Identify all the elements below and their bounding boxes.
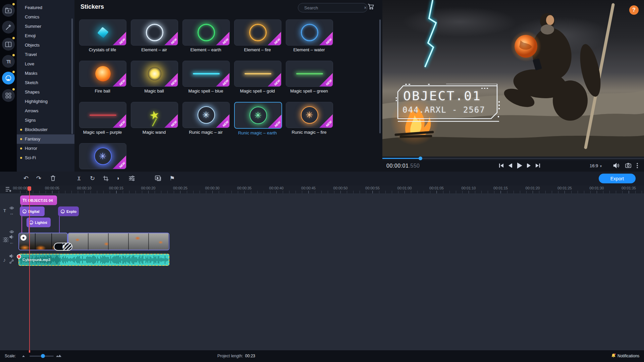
clip-properties-button[interactable] xyxy=(129,176,135,181)
timeline-ruler[interactable]: 00:00:0000:00:0500:00:1000:00:1500:00:20… xyxy=(0,185,644,193)
category-item[interactable]: Sci-Fi xyxy=(17,153,74,163)
help-button[interactable]: ? xyxy=(629,5,639,15)
rail-import-button[interactable] xyxy=(2,4,15,17)
sticker-card[interactable]: NEW Magic spell – gold xyxy=(234,61,281,94)
category-item[interactable]: Fantasy xyxy=(17,134,74,144)
sticker-card[interactable]: NEW xyxy=(79,143,126,171)
notifications-button[interactable]: Notifications xyxy=(611,353,639,358)
snapshot-button[interactable] xyxy=(625,163,631,168)
zoom-in-button[interactable] xyxy=(56,354,62,357)
aspect-ratio-select[interactable]: 16:9 ▼ xyxy=(590,163,602,168)
video-track-return-button[interactable] xyxy=(9,240,14,245)
cart-button[interactable] xyxy=(368,4,374,10)
preview-menu-button[interactable] xyxy=(637,163,638,168)
sticker-card[interactable]: NEW Element – earth xyxy=(182,19,229,52)
stickers-scrollbar[interactable] xyxy=(379,19,381,133)
sticker-clip-lightning[interactable]: Lightni xyxy=(26,218,51,227)
category-item[interactable]: Love xyxy=(17,59,74,69)
seek-handle[interactable] xyxy=(419,157,422,160)
title-clip[interactable]: Tt OBJECT.01 04 xyxy=(20,195,57,205)
next-frame-button[interactable] xyxy=(527,163,531,168)
sticker-card[interactable]: NEW Crystals of life xyxy=(79,19,126,52)
text-track-link-toggle[interactable] xyxy=(9,211,14,216)
sticker-card[interactable]: NEW Element – fire xyxy=(234,19,281,52)
category-item[interactable]: Travel xyxy=(17,50,74,59)
sticker-thumbnail: NEW xyxy=(234,61,281,87)
hud-overlay: OBJECT.01 044.ARXL - 2567 xyxy=(396,84,500,123)
category-item[interactable]: Shapes xyxy=(17,87,74,97)
category-item[interactable]: Arrows xyxy=(17,106,74,116)
search-input[interactable] xyxy=(304,5,364,11)
sticker-label: Magic wand xyxy=(131,130,177,135)
ruler-label: 00:01:25 xyxy=(557,186,572,190)
skip-start-button[interactable] xyxy=(499,163,503,168)
undo-button[interactable] xyxy=(23,175,29,181)
sticker-card[interactable]: NEW Magic spell – blue xyxy=(182,61,229,94)
sticker-card[interactable]: NEW Magic spell – purple xyxy=(79,102,126,135)
video-track-visibility-toggle[interactable] xyxy=(9,230,14,234)
audio-track-mute-toggle[interactable] xyxy=(9,254,14,258)
category-scrollbar[interactable] xyxy=(71,18,73,134)
slideshow-wizard-button[interactable] xyxy=(155,175,161,181)
transition-widget[interactable]: ❯ xyxy=(54,243,72,251)
category-item[interactable]: Horror xyxy=(17,144,74,153)
category-item[interactable]: Masks xyxy=(17,69,74,78)
category-item[interactable]: Featured xyxy=(17,3,74,12)
sticker-card[interactable]: NEW Fire ball xyxy=(79,61,126,94)
rail-transitions-button[interactable] xyxy=(2,38,15,51)
speaker-icon xyxy=(9,235,14,239)
playhead-line[interactable] xyxy=(29,186,30,350)
category-item[interactable]: Signs xyxy=(17,116,74,125)
audio-clip[interactable]: Cyberpunk.mp3 xyxy=(18,254,169,266)
audio-keyframe-dot[interactable] xyxy=(17,254,21,259)
category-list: FeaturedComicsSummerEmojiObjectsTravelLo… xyxy=(17,3,74,163)
sticker-card[interactable]: NEW Element – water xyxy=(286,19,332,52)
sticker-card[interactable]: NEW Magic ball xyxy=(131,61,177,94)
search-box[interactable]: × xyxy=(298,3,368,12)
sticker-card[interactable]: NEW Magic spell – green xyxy=(286,61,332,94)
sticker-clip-explosion[interactable]: Explo xyxy=(58,206,79,216)
volume-button[interactable] xyxy=(613,163,620,168)
sticker-clip-digital[interactable]: Digital xyxy=(20,206,45,216)
seek-bar[interactable] xyxy=(382,157,644,160)
category-item[interactable]: Summer xyxy=(17,22,74,31)
audio-track-unlink-toggle[interactable] xyxy=(9,259,14,264)
skip-end-button[interactable] xyxy=(536,163,540,168)
split-button[interactable] xyxy=(76,175,82,181)
search-clear-icon[interactable]: × xyxy=(364,5,367,10)
sticker-card[interactable]: NEW Runic magic – fire xyxy=(286,102,332,135)
rail-more-tools-button[interactable] xyxy=(2,89,15,102)
play-button[interactable] xyxy=(517,163,522,169)
category-item[interactable]: Sketch xyxy=(17,78,74,87)
sticker-card[interactable]: NEW Element – air xyxy=(131,19,177,52)
rotate-button[interactable] xyxy=(90,175,95,181)
track-manager-button[interactable] xyxy=(5,186,12,192)
sticker-card[interactable]: NEW Magic wand xyxy=(131,102,177,135)
category-item[interactable]: Highlighting xyxy=(17,97,74,106)
delete-button[interactable] xyxy=(50,175,56,181)
video-track-mute-toggle[interactable] xyxy=(9,235,14,239)
category-item[interactable]: Comics xyxy=(17,12,74,22)
marker-button[interactable] xyxy=(169,175,175,181)
rail-stickers-button[interactable] xyxy=(2,72,15,84)
previous-frame-button[interactable] xyxy=(508,163,512,168)
playhead-marker[interactable] xyxy=(28,186,31,191)
sticker-card[interactable]: NEW Runic magic – earth xyxy=(234,102,281,135)
rail-titles-button[interactable]: Tt xyxy=(2,55,15,68)
redo-button[interactable] xyxy=(36,175,41,181)
rail-filters-button[interactable] xyxy=(2,21,15,34)
category-item[interactable]: Blockbuster xyxy=(17,125,74,134)
video-clip-city[interactable] xyxy=(68,233,169,250)
zoom-out-button[interactable] xyxy=(21,355,25,357)
ruler-label: 00:00:00 xyxy=(13,186,28,190)
export-button[interactable]: Export xyxy=(599,174,636,183)
category-item[interactable]: Emoji xyxy=(17,31,74,41)
crop-button[interactable] xyxy=(103,176,109,181)
scale-slider-handle[interactable] xyxy=(41,354,45,358)
color-adjustments-button[interactable] xyxy=(116,175,119,181)
category-item[interactable]: Objects xyxy=(17,41,74,50)
ruler-ticks xyxy=(20,191,644,193)
transition-icon xyxy=(5,42,12,47)
text-track-visibility-toggle[interactable] xyxy=(9,206,14,210)
sticker-card[interactable]: NEW Runic magic – air xyxy=(182,102,229,135)
